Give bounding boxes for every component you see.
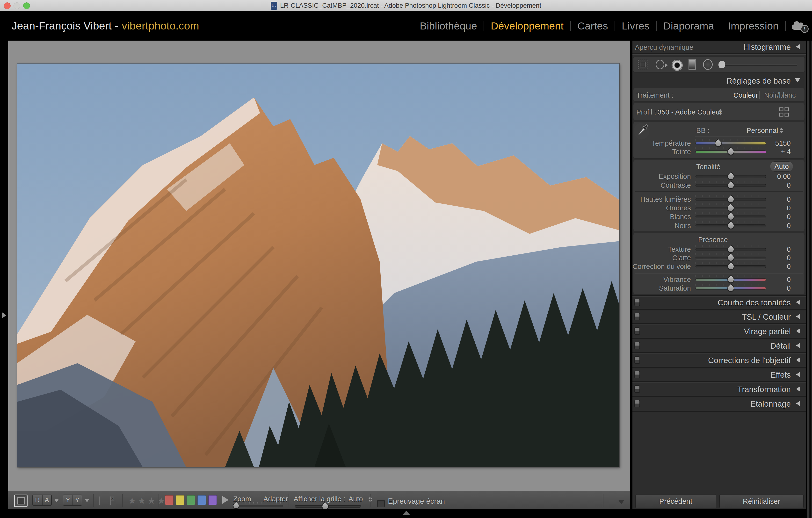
color-label-green[interactable] (186, 495, 195, 505)
identity-plate[interactable]: Jean-François Vibert - vibertphoto.com (11, 11, 199, 40)
contrast-value[interactable]: 0 (762, 181, 791, 189)
vibrance-value[interactable]: 0 (762, 276, 791, 284)
contrast-label: Contraste (661, 181, 691, 189)
reject-flag-icon[interactable]: ✕ (110, 496, 117, 505)
reset-button[interactable]: Réinitialiser (720, 494, 804, 508)
panel-header-calibration[interactable]: Etalonnage (633, 397, 806, 410)
temperature-value[interactable]: 5150 (762, 140, 791, 147)
panel-toggle-switch[interactable] (634, 327, 640, 335)
blacks-slider[interactable] (696, 224, 766, 227)
clarity-slider[interactable] (696, 256, 766, 259)
shadows-value[interactable]: 0 (762, 204, 791, 212)
spot-removal-tool-icon[interactable] (656, 60, 664, 69)
collapse-arrow-icon (796, 314, 800, 319)
basic-panel-header[interactable]: Réglages de base (633, 74, 806, 87)
dehaze-value[interactable]: 0 (762, 263, 791, 271)
whites-value[interactable]: 0 (762, 213, 791, 221)
auto-tone-button[interactable]: Auto (770, 161, 793, 172)
tint-value[interactable]: + 4 (762, 148, 791, 156)
before-after-lr-button[interactable]: R A (32, 494, 52, 506)
panel-title: Courbe des tonalités (718, 298, 791, 307)
show-filmstrip-arrow-icon[interactable] (402, 511, 410, 515)
module-diaporama[interactable]: Diaporama (657, 20, 720, 32)
profile-dropdown-icon[interactable] (719, 109, 722, 115)
shadows-slider[interactable] (696, 207, 766, 210)
color-label-red[interactable] (165, 495, 174, 505)
texture-value[interactable]: 0 (762, 245, 791, 253)
panel-toggle-switch[interactable] (634, 371, 640, 378)
show-left-panel-arrow-icon[interactable] (2, 312, 6, 318)
panel-toggle-switch[interactable] (634, 342, 640, 349)
photo-canvas[interactable] (17, 64, 619, 467)
treatment-bw-option[interactable]: Noir/blanc (764, 91, 796, 99)
sync-status-cloud-icon[interactable]: ! (792, 19, 809, 33)
highlights-value[interactable]: 0 (762, 195, 791, 204)
right-panel-resize-grip[interactable] (807, 40, 812, 518)
zoom-window-button[interactable] (23, 2, 30, 9)
color-label-yellow[interactable] (176, 495, 184, 505)
panel-header-effects[interactable]: Effets (633, 368, 806, 381)
panel-toggle-switch[interactable] (634, 356, 640, 364)
saturation-value[interactable]: 0 (762, 284, 791, 292)
minimize-window-button[interactable] (13, 2, 20, 9)
previous-button[interactable]: Précédent (635, 494, 716, 508)
loupe-view-button[interactable] (14, 494, 28, 507)
vibrance-slider[interactable] (696, 278, 766, 281)
whites-slider[interactable] (696, 215, 766, 218)
close-window-button[interactable] (4, 2, 11, 9)
module-developpement[interactable]: Développement (484, 20, 570, 32)
wb-eyedropper-icon[interactable] (634, 122, 650, 140)
panel-header-transform[interactable]: Transformation (633, 383, 806, 396)
panel-header-lens-corrections[interactable]: Corrections de l'objectif (633, 354, 806, 367)
exposure-slider[interactable] (696, 175, 766, 178)
color-label-purple[interactable] (208, 495, 217, 505)
profile-browser-grid-icon[interactable] (779, 107, 789, 117)
panel-title: Détail (771, 341, 791, 351)
radial-filter-tool-icon[interactable] (703, 59, 713, 70)
panel-header-detail[interactable]: Détail (633, 339, 806, 352)
panel-header-split-toning[interactable]: Virage partiel (633, 325, 806, 337)
grid-size-slider[interactable] (295, 505, 361, 508)
panel-header-tone-curve[interactable]: Courbe des tonalités (633, 296, 806, 309)
grid-mode-value[interactable]: Auto (348, 495, 363, 503)
dehaze-slider[interactable] (696, 265, 766, 268)
softproof-checkbox[interactable] (377, 500, 385, 507)
toolbar-options-disclosure-icon[interactable] (618, 500, 625, 504)
panel-toggle-switch[interactable] (634, 299, 640, 306)
module-impression[interactable]: Impression (721, 20, 785, 32)
panel-toggle-switch[interactable] (634, 400, 640, 407)
before-after-split-button[interactable]: Y Y (63, 494, 82, 506)
module-bibliotheque[interactable]: Bibliothèque (413, 20, 484, 32)
adjustment-brush-tool-icon[interactable] (719, 61, 725, 68)
histogram-panel-header[interactable]: Histogramme (633, 40, 806, 53)
slideshow-play-icon[interactable] (222, 496, 229, 504)
graduated-filter-tool-icon[interactable] (689, 59, 696, 70)
saturation-slider[interactable] (696, 287, 766, 290)
module-livres[interactable]: Livres (615, 20, 656, 32)
tint-slider[interactable] (696, 151, 766, 153)
module-cartes[interactable]: Cartes (571, 20, 614, 32)
before-after-dropdown-icon[interactable] (55, 499, 58, 502)
red-eye-tool-icon[interactable] (672, 60, 683, 71)
contrast-slider[interactable] (696, 184, 766, 187)
panel-header-hsl-color[interactable]: TSL / Couleur (633, 310, 806, 323)
exposure-slider-handle[interactable] (726, 172, 736, 181)
color-label-blue[interactable] (198, 495, 206, 505)
temperature-slider[interactable] (696, 142, 766, 145)
pick-flag-icon[interactable] (99, 496, 106, 505)
highlights-slider[interactable] (696, 198, 766, 201)
profile-value[interactable]: 350 - Adobe Couleur (658, 108, 722, 116)
clarity-value[interactable]: 0 (762, 254, 791, 262)
split-dropdown-icon[interactable] (85, 499, 89, 502)
wb-dropdown-icon[interactable] (779, 128, 783, 133)
zoom-slider[interactable] (234, 505, 283, 507)
blacks-value[interactable]: 0 (762, 222, 791, 230)
treatment-color-option[interactable]: Couleur (733, 91, 758, 99)
panel-toggle-switch[interactable] (634, 385, 640, 393)
texture-slider[interactable] (696, 248, 766, 251)
panel-toggle-switch[interactable] (634, 313, 640, 321)
exposure-value[interactable]: 0,00 (762, 173, 791, 181)
wb-value[interactable]: Personnal. (747, 127, 780, 134)
grid-mode-dropdown-icon[interactable] (368, 496, 372, 502)
crop-tool-icon[interactable] (638, 60, 647, 69)
